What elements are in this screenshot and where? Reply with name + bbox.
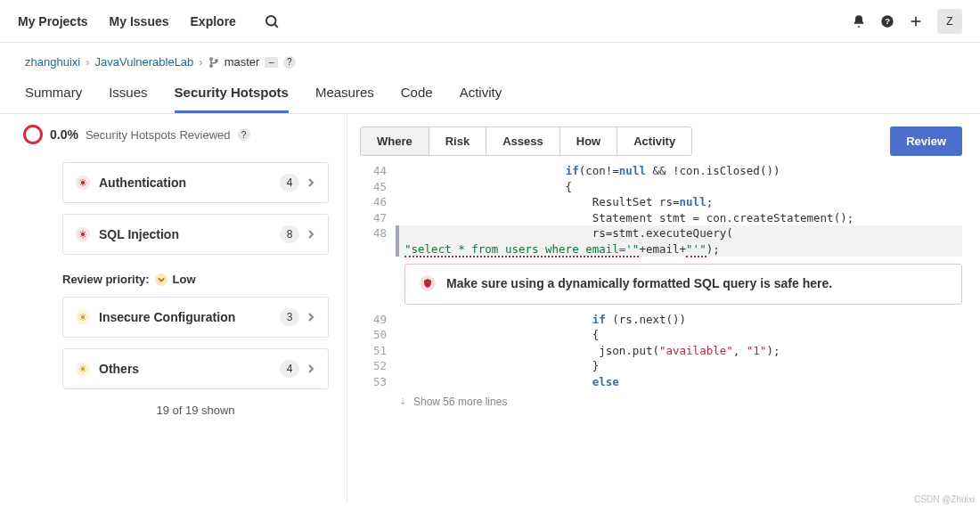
chevron-right-icon [306, 228, 315, 241]
bug-icon [76, 310, 90, 324]
svg-point-8 [215, 59, 217, 61]
show-more-lines[interactable]: ⇣Show 56 more lines [360, 389, 962, 415]
subtab-issues[interactable]: Issues [109, 85, 147, 113]
code-line: 53 else [360, 374, 962, 390]
line-number: 47 [360, 210, 396, 226]
branch-icon [208, 56, 219, 69]
segtab-assess[interactable]: Assess [486, 126, 560, 156]
category-others[interactable]: Others 4 [62, 348, 329, 389]
category-count: 3 [280, 308, 299, 326]
line-number: 51 [360, 343, 396, 359]
search-icon[interactable] [257, 7, 286, 36]
segtab-activity[interactable]: Activity [617, 126, 692, 156]
code-line: 48 rs=stmt.executeQuery( [360, 225, 962, 241]
code-snippet: 44 if(con!=null && !con.isClosed())45 {4… [360, 163, 962, 494]
project-subtabs: SummaryIssuesSecurity HotspotsMeasuresCo… [0, 72, 980, 114]
line-number: 50 [360, 327, 396, 343]
code-line: 52 } [360, 358, 962, 374]
priority-header: Review priority: Low [62, 273, 329, 286]
breadcrumb-help-icon[interactable]: ? [283, 56, 296, 69]
detail-tab-row: WhereRiskAssessHowActivity Review [360, 126, 962, 156]
priority-value: Low [173, 273, 196, 286]
reviewed-progress-icon [23, 125, 43, 144]
line-number: 48 [360, 225, 396, 241]
issue-message-box[interactable]: Make sure using a dynamically formatted … [404, 264, 962, 305]
detail-seg-tabs: WhereRiskAssessHowActivity [360, 126, 692, 156]
hotspots-sidebar: 0.0% Security Hotspots Reviewed ? Authen… [0, 114, 347, 502]
bug-icon [76, 175, 90, 190]
svg-point-10 [81, 233, 85, 236]
svg-point-12 [81, 367, 85, 371]
chevron-right-icon [306, 176, 315, 190]
breadcrumb-project[interactable]: JavaVulnerableLab [95, 55, 194, 69]
chevron-right-icon [306, 311, 315, 324]
breadcrumb-owner[interactable]: zhanghuixi [25, 55, 80, 69]
category-sql-injection[interactable]: SQL Injection 8 [62, 214, 329, 255]
code-line: 44 if(con!=null && !con.isClosed()) [360, 163, 962, 179]
avatar[interactable]: Z [937, 9, 962, 34]
priority-label: Review priority: [62, 273, 150, 286]
hotspot-detail: WhereRiskAssessHowActivity Review 44 if(… [347, 114, 980, 502]
svg-point-7 [209, 64, 212, 67]
bug-icon [76, 362, 90, 376]
line-number: 53 [360, 374, 396, 390]
code-line: 46 ResultSet rs=null; [360, 194, 962, 210]
breadcrumb-sep: › [199, 55, 202, 69]
line-number [360, 241, 396, 257]
segtab-how[interactable]: How [559, 126, 617, 156]
subtab-summary[interactable]: Summary [25, 85, 82, 113]
category-label: SQL Injection [99, 227, 280, 241]
issue-message-text: Make sure using a dynamically formatted … [446, 275, 832, 293]
chevron-right-icon [306, 363, 315, 376]
svg-line-1 [274, 24, 277, 27]
subtab-activity[interactable]: Activity [460, 85, 502, 113]
line-number: 45 [360, 179, 396, 195]
line-number: 44 [360, 163, 396, 179]
breadcrumb: zhanghuixi › JavaVulnerableLab › master … [0, 43, 980, 72]
reviewed-help-icon[interactable]: ? [238, 128, 250, 141]
line-number: 52 [360, 358, 396, 374]
category-authentication[interactable]: Authentication 4 [62, 162, 329, 203]
breadcrumb-branch[interactable]: master [225, 55, 260, 69]
top-nav: My Projects My Issues Explore ? Z [0, 0, 980, 43]
svg-text:?: ? [885, 17, 890, 26]
category-insecure-configuration[interactable]: Insecure Configuration 3 [62, 297, 329, 338]
code-line: "select * from users where email='"+emai… [360, 241, 962, 257]
code-line: 50 { [360, 327, 962, 343]
reviewed-label: Security Hotspots Reviewed [86, 128, 231, 142]
svg-point-0 [266, 16, 276, 26]
main-content: 0.0% Security Hotspots Reviewed ? Authen… [0, 114, 980, 502]
breadcrumb-sep: › [86, 55, 89, 69]
svg-point-6 [209, 57, 212, 60]
category-label: Insecure Configuration [99, 310, 280, 324]
line-number: 49 [360, 312, 396, 328]
shown-count: 19 of 19 shown [62, 404, 329, 417]
category-count: 4 [280, 360, 299, 378]
chevron-down-icon [155, 273, 167, 286]
plus-icon[interactable] [902, 7, 930, 36]
notifications-icon[interactable] [845, 7, 873, 36]
subtab-code[interactable]: Code [401, 85, 433, 113]
code-line: 45 { [360, 179, 962, 195]
bug-icon [76, 227, 90, 241]
subtab-security-hotspots[interactable]: Security Hotspots [175, 85, 289, 113]
segtab-risk[interactable]: Risk [429, 126, 486, 156]
shield-bug-icon [420, 275, 436, 291]
svg-point-9 [81, 181, 85, 184]
expand-toggle[interactable]: − [265, 57, 277, 68]
svg-point-11 [81, 315, 85, 319]
code-line: 49 if (rs.next()) [360, 312, 962, 328]
reviewed-summary: 0.0% Security Hotspots Reviewed ? [18, 125, 329, 144]
category-count: 8 [280, 225, 299, 243]
nav-explore[interactable]: Explore [191, 14, 236, 29]
nav-links: My Projects My Issues Explore [18, 7, 286, 36]
category-count: 4 [280, 174, 299, 192]
nav-my-projects[interactable]: My Projects [18, 14, 88, 29]
nav-my-issues[interactable]: My Issues [110, 14, 169, 29]
review-button[interactable]: Review [890, 126, 962, 156]
category-label: Authentication [99, 175, 280, 190]
segtab-where[interactable]: Where [360, 126, 429, 156]
subtab-measures[interactable]: Measures [315, 85, 374, 113]
help-icon[interactable]: ? [873, 7, 902, 36]
line-number: 46 [360, 194, 396, 210]
